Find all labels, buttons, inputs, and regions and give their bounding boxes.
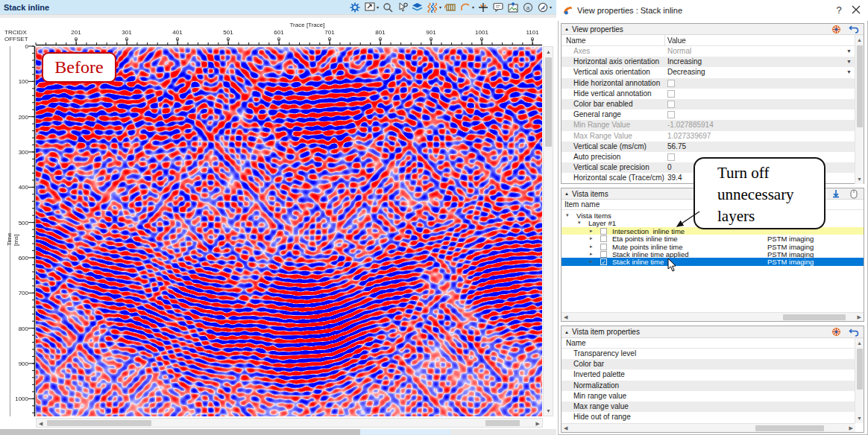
scroll-right-icon[interactable]: ▶ — [849, 425, 853, 431]
item-property-row[interactable]: Color bar — [562, 359, 864, 369]
pick-pointer-icon[interactable] — [396, 1, 409, 13]
layer-visibility-checkbox[interactable] — [600, 228, 607, 235]
view-properties-header[interactable]: ▲ View properties — [562, 24, 864, 35]
item-property-row[interactable]: Min range value — [562, 391, 864, 401]
wiggle-display-icon[interactable] — [426, 1, 439, 13]
item-props-scrollbar[interactable]: ▲ ▼ — [855, 338, 864, 423]
property-checkbox[interactable] — [667, 153, 675, 161]
tree-collapse-icon[interactable]: ▾ — [578, 220, 581, 226]
tree-row[interactable]: ▸Stack inline time appliedPSTM imaging — [562, 250, 864, 258]
vista-item-properties-header[interactable]: ▲ Vista item properties — [562, 326, 864, 338]
snapshot-icon[interactable] — [506, 1, 520, 13]
dropdown-caret-icon[interactable]: ▾ — [439, 4, 441, 10]
reset-undo-icon[interactable] — [847, 23, 861, 35]
item-props-hscrollbar[interactable]: ◀ ▶ — [562, 423, 855, 432]
scroll-right-icon[interactable]: ▶ — [858, 314, 861, 320]
layer-visibility-checkbox[interactable]: ✓ — [600, 258, 607, 265]
collapse-triangle-icon[interactable]: ▲ — [564, 330, 569, 334]
dropdown-caret-icon[interactable]: ▼ — [846, 59, 852, 64]
dropdown-caret-icon[interactable]: ▾ — [377, 4, 379, 10]
ip-hscroll-thumb[interactable] — [755, 425, 824, 431]
scroll-left-icon[interactable]: ◀ — [564, 425, 567, 431]
reset-undo-icon[interactable] — [847, 326, 861, 338]
dialog-titlebar[interactable]: View properties : Stack inline ? — [558, 0, 868, 21]
property-row[interactable]: Color bar enabled — [562, 99, 864, 109]
tree-expand-icon[interactable]: ▸ — [590, 235, 593, 241]
zoom-ratio-icon[interactable]: a — [521, 1, 535, 13]
property-row[interactable]: Hide horizontal annotation — [562, 78, 864, 89]
viewer-hscroll-block[interactable] — [485, 420, 520, 426]
scroll-right-icon[interactable]: ▶ — [536, 421, 540, 426]
header-plot-icon[interactable] — [444, 1, 457, 13]
layer-visibility-checkbox[interactable] — [600, 244, 607, 250]
tree-row[interactable]: ▸Mute points inline timePSTM imaging — [562, 243, 864, 250]
vista-items-hscrollbar[interactable]: ◀ ▶ — [562, 312, 864, 321]
viewer-titlebar[interactable]: Stack inline ▾▾▾a▾ — [0, 0, 556, 15]
scroll-left-icon[interactable]: ◀ — [564, 314, 567, 320]
zoom-icon[interactable] — [381, 1, 394, 13]
viewer-vertical-scrollbar[interactable]: ▲ ▼ — [543, 46, 553, 416]
viewer-vscroll-thumb[interactable] — [545, 57, 552, 147]
move-bottom-icon[interactable] — [829, 188, 843, 200]
scroll-down-icon[interactable]: ▼ — [546, 408, 551, 413]
tree-expand-icon[interactable]: ▸ — [590, 258, 593, 264]
help-button[interactable]: ? — [832, 4, 846, 16]
view-properties-scrollbar[interactable]: ▲ ▼ — [855, 35, 864, 184]
property-checkbox[interactable] — [667, 111, 675, 118]
item-property-row[interactable]: Hide out of range — [562, 412, 864, 422]
tree-collapse-icon[interactable]: ▾ — [566, 212, 569, 218]
dropdown-caret-icon[interactable]: ▼ — [846, 48, 852, 54]
property-row[interactable]: Vertical axis orientationDecreasing▼ — [562, 67, 864, 77]
scroll-down-icon[interactable]: ▼ — [857, 177, 862, 182]
property-value[interactable]: Increasing — [667, 57, 702, 66]
item-property-row[interactable]: Normalization — [562, 381, 864, 391]
layer-visibility-checkbox[interactable] — [600, 251, 607, 258]
ip-scroll-thumb[interactable] — [857, 349, 863, 390]
property-row[interactable]: Hide vertical annotation — [562, 89, 864, 99]
property-value[interactable]: 1.027339697 — [667, 132, 711, 140]
scroll-left-icon[interactable]: ◀ — [39, 421, 43, 426]
property-value[interactable]: 0 — [667, 163, 672, 171]
item-property-row[interactable]: Max range value — [562, 401, 864, 412]
property-value[interactable]: -1.027885914 — [667, 121, 714, 129]
property-row[interactable]: Min Range Value-1.027885914 — [562, 120, 864, 130]
property-checkbox[interactable] — [667, 90, 675, 98]
dropdown-caret-icon[interactable]: ▼ — [846, 69, 852, 74]
item-property-row[interactable]: Transparency level — [562, 349, 864, 359]
apply-starburst-icon[interactable] — [829, 326, 843, 338]
item-property-row[interactable]: Inverted palette — [562, 369, 864, 380]
property-value[interactable]: Decreasing — [667, 68, 705, 76]
mouse-pick-icon[interactable] — [847, 188, 861, 200]
property-value[interactable]: 39.4 — [667, 174, 682, 182]
layer-visibility-checkbox[interactable] — [600, 235, 607, 242]
viewer-horizontal-scrollbar[interactable]: ◀ ▶ — [36, 418, 543, 428]
property-value[interactable]: Normal — [667, 47, 691, 55]
property-value[interactable]: 56.75 — [667, 142, 686, 150]
property-row[interactable]: Horizontal axis orientationIncreasing▼ — [562, 57, 864, 67]
crosshair-icon[interactable] — [477, 1, 490, 13]
tree-expand-icon[interactable]: ▸ — [590, 244, 593, 250]
scroll-up-icon[interactable]: ▲ — [546, 49, 551, 54]
property-row[interactable]: Vertical scale (ms/cm)56.75 — [562, 142, 864, 152]
dropdown-caret-icon[interactable]: ▾ — [550, 4, 552, 10]
vp-scroll-thumb[interactable] — [857, 45, 863, 127]
property-checkbox[interactable] — [667, 80, 675, 87]
scroll-up-icon[interactable]: ▲ — [857, 340, 862, 346]
viewer-hscroll-thumb[interactable] — [47, 420, 151, 426]
collapse-triangle-icon[interactable]: ▲ — [564, 191, 569, 196]
layers-icon[interactable] — [411, 1, 424, 13]
tree-expand-icon[interactable]: ▸ — [590, 228, 593, 234]
settings-gear-icon[interactable] — [348, 1, 362, 13]
scroll-down-icon[interactable]: ▼ — [857, 416, 862, 421]
property-row[interactable]: General range — [562, 109, 864, 120]
compass-icon[interactable] — [536, 1, 550, 13]
tree-row[interactable]: ▸Eta points inline timePSTM imaging — [562, 235, 864, 242]
apply-starburst-icon[interactable] — [829, 23, 843, 35]
tree-expand-icon[interactable]: ▸ — [590, 251, 593, 257]
dropdown-caret-icon[interactable]: ▾ — [472, 4, 474, 10]
property-row[interactable]: Max Range Value1.027339697 — [562, 131, 864, 142]
property-checkbox[interactable] — [667, 101, 675, 108]
scroll-up-icon[interactable]: ▲ — [857, 37, 862, 42]
display-mode-icon[interactable] — [363, 1, 377, 13]
comment-icon[interactable] — [491, 1, 505, 13]
